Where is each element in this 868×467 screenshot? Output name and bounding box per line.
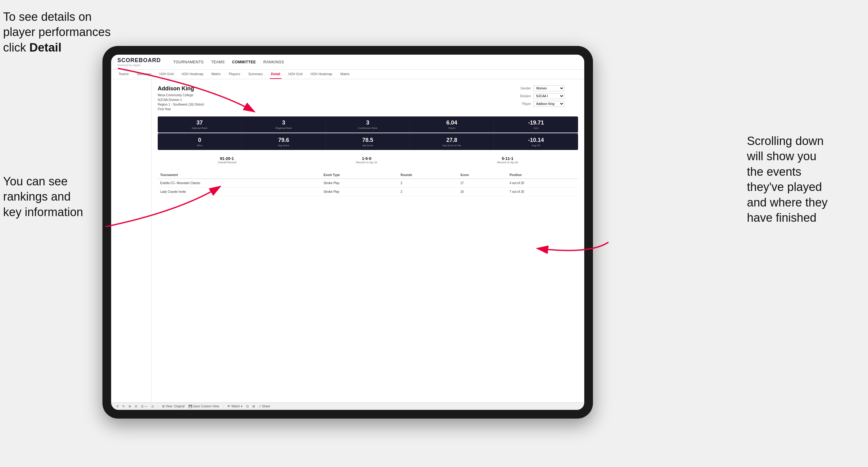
player-division: NJCAA Division 1 [158, 97, 204, 102]
stat-regional-rank: 3 Regional Rank [242, 117, 326, 132]
wins-value: 0 [160, 137, 239, 144]
time-button[interactable]: ◷ [151, 405, 154, 408]
annotation-right: Scrolling downwill show youthe eventsthe… [747, 133, 865, 225]
remove-button[interactable]: ⊖ [135, 405, 137, 408]
annotation-top-left: To see details on player performances cl… [3, 9, 112, 55]
col-position: Position [507, 172, 578, 179]
subnav-summary2[interactable]: Summary [247, 69, 264, 79]
table-row[interactable]: Estella CC- Mountain Classic Stroke Play… [158, 179, 578, 188]
overall-record-label: Overall Record [218, 161, 236, 164]
table-body: Estella CC- Mountain Classic Stroke Play… [158, 179, 578, 196]
bottom-toolbar: ↺ ↻ ⊕ ⊖ ⊡ — ◷ | ⊞ View: Original 💾 Save … [111, 402, 584, 410]
stat-avg-score-par: 27.8 Avg Score to Par [410, 134, 494, 150]
row1-score: 17 [458, 179, 507, 188]
col-tournament: Tournament [158, 172, 321, 179]
row2-event-type: Stroke Play [321, 188, 398, 196]
player-name: Addison King [158, 85, 204, 92]
nav-teams[interactable]: TEAMS [211, 60, 225, 64]
row2-tournament: Lady Coyote Invite [158, 188, 321, 196]
refresh-button[interactable]: ⊕ [128, 405, 131, 408]
subnav-h2h-grid2[interactable]: H2H Grid [287, 69, 304, 79]
player-header: Addison King Mesa Community College NJCA… [158, 85, 578, 112]
subnav-teams[interactable]: Teams [117, 69, 130, 79]
redo-button[interactable]: ↻ [122, 405, 125, 408]
grid-button[interactable]: ⊡ — [141, 405, 148, 408]
subnav-players[interactable]: Players [227, 69, 242, 79]
row2-position: 7 out of 20 [507, 188, 578, 196]
gender-control: Gender Women [516, 85, 578, 91]
col-rounds: Rounds [398, 172, 458, 179]
wins-label: Wins [160, 144, 239, 147]
sos-value: -19.71 [496, 120, 576, 126]
subnav-h2h-grid[interactable]: H2H Grid [158, 69, 175, 79]
gender-label: Gender [516, 87, 531, 90]
stat-adj-score: 78.5 Adj Score [326, 134, 410, 150]
screen-button[interactable]: ⊡ [246, 405, 249, 408]
player-info: Addison King Mesa Community College NJCA… [158, 85, 204, 112]
adj-score-label: Adj Score [329, 144, 407, 147]
player-select[interactable]: Addison King [533, 101, 564, 107]
regional-rank-value: 3 [244, 120, 323, 126]
table-row[interactable]: Lady Coyote Invite Stroke Play 2 16 7 ou… [158, 188, 578, 196]
scoreboard-logo: SCOREBOARD Powered by clippd [117, 57, 161, 67]
stat-conference-rank: 3 Conference Rank [326, 117, 410, 132]
player-label: Player [516, 102, 531, 105]
tablet-screen: SCOREBOARD Powered by clippd TOURNAMENTS… [111, 55, 584, 410]
sos-label: SoS [496, 127, 576, 129]
avg-sg-label: Avg SG [496, 144, 576, 147]
player-school: Mesa Community College [158, 93, 204, 97]
overall-record-value: 91-20-1 [218, 156, 236, 161]
view-original-button[interactable]: ⊞ View: Original [162, 405, 184, 408]
separator1: | [158, 405, 159, 408]
main-content: Addison King Mesa Community College NJCA… [111, 79, 584, 402]
subnav-summary[interactable]: Summary [135, 69, 152, 79]
app-header: SCOREBOARD Powered by clippd TOURNAMENTS… [111, 55, 584, 69]
nav-tournaments[interactable]: TOURNAMENTS [173, 60, 204, 64]
stat-national-rank: 37 National Rank [158, 117, 242, 132]
top25-record-value: 1-5-0 [356, 156, 377, 161]
conference-rank-value: 3 [329, 120, 407, 126]
subnav-matrix2[interactable]: Matrix [339, 69, 351, 79]
player-region: Region 1 - Southwest (18) District [158, 102, 204, 107]
top50-record-value: 5-11-1 [497, 156, 518, 161]
share-button[interactable]: ⤢ Share [258, 405, 270, 408]
tablet-device: SCOREBOARD Powered by clippd TOURNAMENTS… [102, 46, 593, 418]
col-score: Score [458, 172, 507, 179]
undo-button[interactable]: ↺ [116, 405, 119, 408]
watch-button[interactable]: 👁 Watch ▾ [227, 405, 243, 408]
subnav-detail[interactable]: Detail [270, 69, 282, 79]
national-rank-value: 37 [160, 120, 239, 126]
stat-avg-score: 79.6 Avg Score [242, 134, 326, 150]
division-control: Division NJCAA I [516, 93, 578, 99]
division-select[interactable]: NJCAA I [533, 93, 564, 99]
sub-nav: Teams Summary H2H Grid H2H Heatmap Matri… [111, 69, 584, 79]
tournament-table: Tournament Event Type Rounds Score Posit… [158, 172, 578, 196]
stat-sos: -19.71 SoS [494, 117, 578, 132]
logo-title: SCOREBOARD [117, 57, 161, 64]
subnav-matrix[interactable]: Matrix [210, 69, 222, 79]
subnav-h2h-heatmap2[interactable]: H2H Heatmap [310, 69, 334, 79]
division-label: Division [516, 94, 531, 98]
regional-rank-label: Regional Rank [244, 127, 323, 129]
top25-record-label: Record vs top 25 [356, 161, 377, 164]
logo-subtitle: Powered by clippd [117, 64, 161, 67]
gender-select[interactable]: Women [533, 85, 564, 91]
overall-record: 91-20-1 Overall Record [218, 156, 236, 164]
row1-position: 4 out of 20 [507, 179, 578, 188]
annotation-bottom-left: You can seerankings andkey information [3, 174, 108, 220]
top50-record-label: Record vs top 50 [497, 161, 518, 164]
main-nav: TOURNAMENTS TEAMS COMMITTEE RANKINGS [173, 60, 284, 64]
col-event-type: Event Type [321, 172, 398, 179]
separator2: | [223, 405, 224, 408]
top50-record: 5-11-1 Record vs top 50 [497, 156, 518, 164]
avg-score-label: Avg Score [244, 144, 323, 147]
layout-button[interactable]: ⊞ [252, 405, 255, 408]
save-custom-view-button[interactable]: 💾 Save Custom View [188, 405, 219, 408]
nav-rankings[interactable]: RANKINGS [263, 60, 284, 64]
avg-sg-value: -10.14 [496, 137, 576, 144]
player-year: First Year [158, 107, 204, 112]
avg-score-par-value: 27.8 [412, 137, 491, 144]
table-header: Tournament Event Type Rounds Score Posit… [158, 172, 578, 179]
nav-committee[interactable]: COMMITTEE [232, 60, 256, 64]
subnav-h2h-heatmap[interactable]: H2H Heatmap [180, 69, 205, 79]
